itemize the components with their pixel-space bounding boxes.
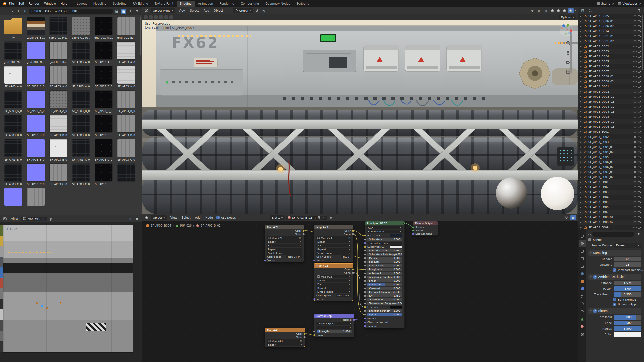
input-socket[interactable]	[364, 298, 366, 301]
principled-input-subsurface-ior[interactable]: Subsurface IOR1.400	[365, 249, 404, 252]
disable-in-render-icon[interactable]	[638, 90, 641, 93]
file-item[interactable]: SF_AP03_B_0	[26, 139, 46, 161]
expand-icon[interactable]: ▸	[580, 201, 583, 203]
hide-in-viewport-icon[interactable]	[633, 35, 637, 38]
expand-icon[interactable]: ▸	[580, 110, 583, 113]
disable-in-render-icon[interactable]	[638, 75, 641, 78]
input-socket[interactable]	[364, 291, 366, 293]
file-item[interactable]: cable_01_Ba..	[26, 17, 46, 39]
active-viewlayer-selector[interactable]: ViewLayer×	[618, 2, 642, 5]
input-socket[interactable]	[364, 261, 366, 263]
hide-in-viewport-icon[interactable]	[633, 206, 637, 209]
menu-file[interactable]: File	[7, 1, 16, 6]
disable-in-render-icon[interactable]	[638, 201, 641, 204]
workspace-tab-shading[interactable]: Shading	[177, 1, 195, 7]
unlink-icon[interactable]: ×	[300, 340, 302, 342]
shader-type-select[interactable]: Object▾	[151, 215, 167, 220]
material-datablock[interactable]: SF_AP03_B_02 4 ×	[286, 216, 327, 220]
file-item[interactable]: SF_AP03_A_0	[71, 41, 91, 64]
image-canvas[interactable]: FX62	[0, 222, 142, 362]
breadcrumb-item[interactable]: SF_AP03_B004	[151, 224, 171, 227]
outliner-row[interactable]: ▸ SF_AP03_D004_02	[578, 109, 642, 114]
outliner-display-mode-icon[interactable]: ▤	[580, 8, 585, 13]
image-texture-node-map48[interactable]: Map #48 Color Alpha Map #48× Linear▾	[265, 328, 305, 347]
node-enum-field[interactable]: Flat▾	[316, 244, 351, 247]
ao-trace-precision-slider[interactable]: 0.250	[614, 292, 641, 297]
file-item[interactable]: SF_AP03_A_0	[26, 66, 46, 88]
expand-icon[interactable]: ▸	[580, 206, 583, 208]
disable-in-render-icon[interactable]	[638, 110, 641, 113]
scrollbar[interactable]	[140, 17, 141, 55]
hide-in-viewport-icon[interactable]	[633, 146, 637, 148]
input-socket[interactable]	[412, 233, 414, 235]
menu-select[interactable]: Select	[179, 215, 193, 220]
file-item[interactable]: SF_AP03_B_0	[71, 115, 91, 137]
node-header[interactable]: Map #21	[265, 225, 304, 229]
hide-in-viewport-icon[interactable]	[633, 110, 637, 113]
expand-icon[interactable]: ▸	[580, 135, 583, 138]
outliner-row[interactable]: ▸ SF_AP03_E006_02	[578, 164, 642, 169]
input-socket[interactable]	[364, 253, 366, 255]
filter-icon[interactable]	[134, 9, 140, 14]
unlink-icon[interactable]: ×	[42, 217, 45, 221]
transform-orientation-select[interactable]: Global▾	[233, 8, 253, 13]
file-item[interactable]: cable_01_Ro..	[71, 17, 91, 39]
file-item[interactable]: SF_AP03_B_0	[48, 139, 68, 161]
input-socket[interactable]	[412, 226, 414, 228]
sort-icon[interactable]: ↕	[128, 9, 133, 14]
link-icon[interactable]: ∞	[128, 216, 133, 221]
node-enum-field[interactable]: Single Image▾	[316, 290, 351, 293]
file-path-input[interactable]: D:\REX_CASE\S...ol 03_v3.0_PBR\	[29, 9, 113, 14]
workspace-tab-uv-editing[interactable]: UV Editing	[130, 1, 151, 7]
xray-icon[interactable]: ▥	[543, 8, 549, 13]
expand-icon[interactable]: ▸	[580, 105, 583, 108]
material-output-node[interactable]: Material Output SurfaceVolumeDisplacemen…	[413, 221, 438, 236]
toggle-projection-icon[interactable]	[564, 68, 572, 75]
expand-icon[interactable]: ▸	[580, 186, 583, 188]
bsdf-socket[interactable]	[403, 222, 406, 225]
bloom-threshold-slider[interactable]: 0.800	[614, 315, 641, 320]
input-socket[interactable]	[364, 257, 366, 259]
principled-input-specular-tint[interactable]: Specular Tint0.000	[365, 264, 404, 267]
viewport-denoising-checkbox[interactable]: ✓Viewport Denoisi...	[613, 268, 641, 272]
breadcrumb-item[interactable]: 網格.026	[180, 224, 192, 228]
file-item[interactable]: PV	[3, 17, 23, 39]
hide-in-viewport-icon[interactable]	[633, 55, 637, 58]
disable-in-render-icon[interactable]	[638, 151, 641, 153]
hide-in-viewport-icon[interactable]	[633, 186, 637, 189]
expand-icon[interactable]: ▸	[580, 151, 583, 153]
unlink-icon[interactable]: ×	[322, 216, 325, 219]
outliner-row[interactable]: ▸ SF_AP03_E006_01	[578, 159, 642, 164]
snap-icon[interactable]	[564, 215, 569, 220]
disable-in-render-icon[interactable]	[638, 25, 641, 28]
file-item[interactable]: SF_AP03_A_0	[94, 41, 114, 64]
disable-in-render-icon[interactable]	[638, 135, 641, 138]
outliner-row[interactable]: ▸ SF_AP03_C001_02	[578, 39, 642, 44]
disable-in-render-icon[interactable]	[638, 45, 641, 48]
bent-normals-checkbox[interactable]: ✓Bent Normals	[613, 298, 641, 301]
hide-in-viewport-icon[interactable]	[633, 65, 637, 68]
menu-add[interactable]: Add	[193, 215, 203, 220]
disable-in-render-icon[interactable]	[638, 35, 641, 38]
input-socket[interactable]	[364, 272, 366, 274]
disable-in-render-icon[interactable]	[638, 216, 641, 219]
expand-icon[interactable]: ▸	[580, 146, 583, 148]
bloom-radius-slider[interactable]: 6.500	[614, 326, 641, 331]
uv-vertex-dot[interactable]	[36, 302, 38, 304]
viewport-editor-icon[interactable]	[144, 8, 149, 13]
expand-icon[interactable]: ▸	[580, 130, 583, 133]
file-item[interactable]: SF_AP03_A_0	[48, 66, 68, 88]
strength-socket[interactable]	[313, 330, 315, 332]
file-item[interactable]: SF_AP03_A_0	[48, 90, 68, 113]
back-icon[interactable]: ←	[2, 9, 8, 14]
hide-in-viewport-icon[interactable]	[633, 161, 637, 163]
hide-in-viewport-icon[interactable]	[633, 60, 637, 63]
input-socket[interactable]	[364, 283, 366, 286]
snap-magnet-icon[interactable]	[254, 8, 260, 13]
forward-icon[interactable]: →	[9, 9, 14, 14]
node-header[interactable]: Normal Map	[314, 314, 354, 318]
disable-in-render-icon[interactable]	[638, 161, 641, 163]
file-item[interactable]: SF_AP03_C_0	[71, 163, 91, 186]
node-canvas[interactable]: SF_AP03_B004▸網格.026▸SF_AP03_B_02 Map #21…	[142, 221, 578, 362]
properties-tab-modifiers[interactable]	[579, 285, 586, 292]
